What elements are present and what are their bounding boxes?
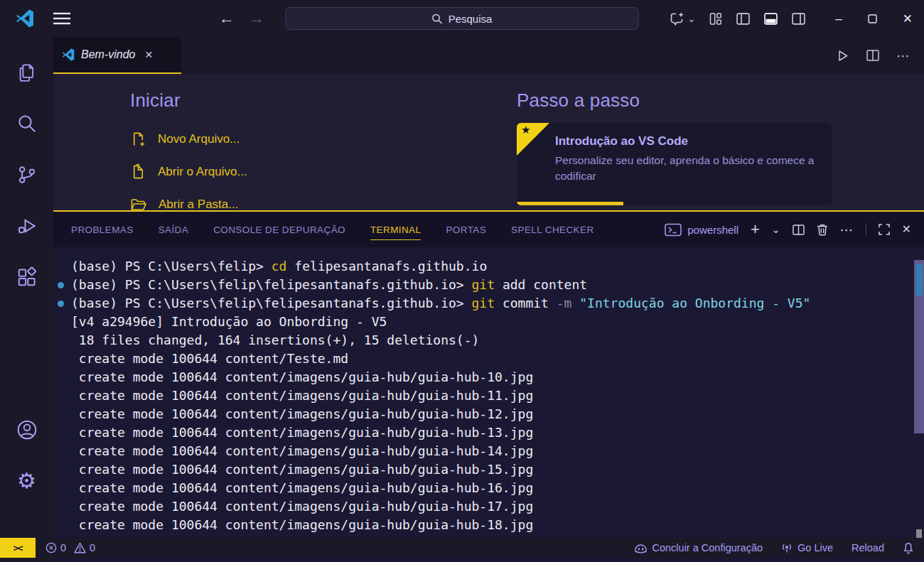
- run-file-icon[interactable]: [836, 49, 849, 63]
- warning-icon: [74, 542, 86, 553]
- command-decoration-icon: [58, 282, 64, 288]
- error-icon: [45, 542, 57, 553]
- copilot-icon[interactable]: ⌄: [670, 11, 695, 26]
- vscode-logo-icon: [16, 9, 34, 28]
- run-debug-icon[interactable]: [0, 200, 53, 252]
- go-back-icon[interactable]: ←: [219, 9, 235, 28]
- walkthrough-card-description: Personalize seu editor, aprenda o básico…: [555, 153, 820, 185]
- activity-bar: ⚙: [0, 37, 53, 562]
- tab-bem-vindo[interactable]: Bem-vindo ✕: [53, 37, 181, 74]
- terminal-scrollbar: [914, 247, 924, 562]
- walkthrough-card[interactable]: ★ Introdução ao VS Code Personalize seu …: [517, 123, 832, 205]
- reload-status[interactable]: Reload: [852, 542, 884, 553]
- terminal-output[interactable]: (base) PS C:\Users\felip> cd felipesanta…: [53, 247, 924, 562]
- explorer-icon[interactable]: [0, 47, 53, 98]
- terminal-line: create mode 100644 content/imagens/guia-…: [53, 405, 924, 423]
- walkthrough-progress-bar: [517, 202, 623, 205]
- terminal-line: (base) PS C:\Users\felip> cd felipesanta…: [53, 257, 924, 276]
- settings-gear-icon[interactable]: ⚙: [16, 455, 38, 507]
- panel-tab-problemas[interactable]: PROBLEMAS: [71, 220, 134, 240]
- terminal-line: (base) PS C:\Users\felip\felipesantanafs…: [53, 276, 924, 294]
- title-bar: ← → Pesquisa ⌄: [0, 0, 924, 37]
- customize-layout-icon[interactable]: [709, 13, 722, 25]
- chevron-down-icon: ⌄: [687, 13, 695, 24]
- error-count: 0: [60, 542, 66, 553]
- search-placeholder: Pesquisa: [448, 13, 493, 25]
- panel-tab-portas[interactable]: PORTAS: [446, 220, 486, 240]
- powershell-icon: [665, 223, 682, 237]
- search-view-icon[interactable]: [0, 98, 53, 149]
- panel-tab-spell-checker[interactable]: SPELL CHECKER: [511, 220, 594, 240]
- terminal-line: (base) PS C:\Users\felip\felipesantanafs…: [53, 294, 924, 313]
- terminal-line: [v4 a29496e] Introdução ao Onbording - V…: [53, 313, 924, 331]
- terminal-line: create mode 100644 content/imagens/guia-…: [53, 516, 924, 534]
- scrollbar-command-mark: [916, 264, 923, 296]
- maximize-panel-icon[interactable]: [879, 224, 890, 235]
- toggle-panel-icon[interactable]: [764, 13, 778, 25]
- terminal-dropdown-icon[interactable]: ⌄: [772, 225, 780, 234]
- terminal-shell-chip[interactable]: powershell: [665, 223, 738, 237]
- open-folder-link[interactable]: Abrir a Pasta...: [130, 188, 247, 210]
- maximize-button[interactable]: [868, 14, 877, 23]
- kill-terminal-icon[interactable]: [817, 224, 828, 236]
- source-control-icon[interactable]: [0, 149, 53, 200]
- new-file-icon: [130, 131, 146, 148]
- open-folder-icon: [130, 196, 147, 210]
- panel-tab-saída[interactable]: SAÍDA: [159, 220, 189, 240]
- vscode-tab-icon: [62, 48, 75, 61]
- tab-label: Bem-vindo: [81, 48, 135, 61]
- close-tab-icon[interactable]: ✕: [144, 49, 153, 60]
- terminal-line: create mode 100644 content/imagens/guia-…: [53, 423, 924, 442]
- vscode-window: ← → Pesquisa ⌄: [0, 0, 924, 562]
- terminal-line: create mode 100644 content/imagens/guia-…: [53, 442, 924, 460]
- open-file-label: Abrir o Arquivo...: [158, 165, 247, 179]
- clipped-terminal-line: create mode 100644 content/imagens/guia-…: [53, 558, 924, 562]
- terminal-line: create mode 100644 content/imagens/guia-…: [53, 497, 924, 516]
- reload-label: Reload: [852, 542, 884, 553]
- go-live-label: Go Live: [797, 542, 833, 553]
- notifications-bell[interactable]: [903, 542, 914, 554]
- open-file-link[interactable]: Abrir o Arquivo...: [130, 156, 247, 188]
- remote-indicator[interactable]: ><: [0, 538, 36, 558]
- panel-tab-console-de-depuração[interactable]: CONSOLE DE DEPURAÇÃO: [213, 220, 345, 240]
- close-window-button[interactable]: ✕: [903, 13, 913, 25]
- toggle-sidebar-left-icon[interactable]: [736, 13, 750, 25]
- terminal-line: 18 files changed, 164 insertions(+), 15 …: [53, 331, 924, 350]
- broadcast-icon: [781, 542, 793, 553]
- more-actions-icon[interactable]: ⋯: [896, 48, 910, 64]
- toggle-sidebar-right-icon[interactable]: [792, 13, 805, 25]
- remote-icon: ><: [13, 543, 22, 553]
- welcome-page: Iniciar Novo Arquivo... Abrir o Arquivo.…: [53, 74, 924, 210]
- open-folder-label: Abrir a Pasta...: [159, 198, 238, 210]
- copilot-setup-status[interactable]: Concluir a Configuração: [634, 542, 763, 553]
- terminal-line: create mode 100644 content/Teste.md: [53, 350, 924, 368]
- go-live-status[interactable]: Go Live: [781, 542, 833, 553]
- panel-header: PROBLEMASSAÍDACONSOLE DE DEPURAÇÃOTERMIN…: [53, 212, 924, 247]
- go-forward-icon[interactable]: →: [249, 9, 264, 28]
- shell-label: powershell: [687, 224, 738, 236]
- terminal-line: create mode 100644 content/imagens/guia-…: [53, 368, 924, 387]
- bottom-panel: PROBLEMASSAÍDACONSOLE DE DEPURAÇÃOTERMIN…: [53, 210, 924, 562]
- walkthrough-section-title: Passo a passo: [517, 90, 844, 112]
- account-icon[interactable]: [16, 404, 38, 455]
- search-input[interactable]: Pesquisa: [286, 7, 639, 30]
- new-terminal-icon[interactable]: +: [751, 222, 760, 237]
- copilot-status-icon: [634, 543, 648, 553]
- terminal-line: create mode 100644 content/imagens/guia-…: [53, 479, 924, 497]
- star-icon: ★: [521, 124, 530, 136]
- terminal-line: create mode 100644 content/imagens/guia-…: [53, 387, 924, 405]
- split-editor-icon[interactable]: [866, 50, 879, 61]
- minimize-button[interactable]: –: [835, 13, 842, 25]
- menu-icon[interactable]: [53, 12, 71, 25]
- panel-tab-terminal[interactable]: TERMINAL: [370, 220, 421, 240]
- new-file-link[interactable]: Novo Arquivo...: [130, 123, 247, 156]
- copilot-setup-label: Concluir a Configuração: [652, 542, 763, 553]
- search-icon: [432, 13, 443, 24]
- panel-more-icon[interactable]: ⋯: [840, 223, 854, 237]
- open-file-icon: [130, 163, 146, 180]
- close-panel-icon[interactable]: ✕: [902, 224, 911, 235]
- problems-status[interactable]: 0 0: [45, 542, 100, 553]
- split-terminal-icon[interactable]: [793, 225, 805, 235]
- extensions-icon[interactable]: [0, 252, 53, 303]
- walkthrough-card-title: Introdução ao VS Code: [555, 134, 819, 148]
